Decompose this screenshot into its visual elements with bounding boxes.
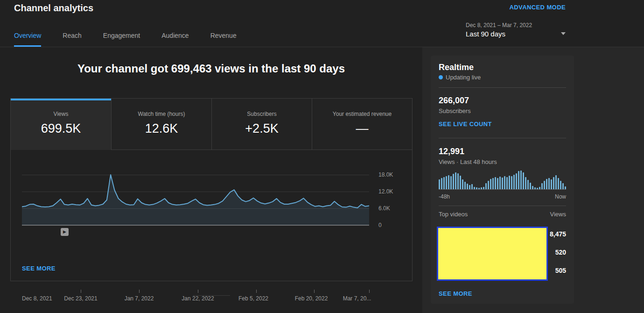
realtime-views-count: 12,991 xyxy=(439,147,464,156)
see-more-link[interactable]: SEE MORE xyxy=(22,265,56,272)
x-tick xyxy=(198,290,198,293)
divider xyxy=(439,87,566,88)
x-tick-label: Feb 5, 2022 xyxy=(230,295,277,302)
realtime-bar xyxy=(460,176,461,189)
views-column-header: Views xyxy=(550,211,566,218)
realtime-bar xyxy=(534,187,536,189)
metric-value: +2.5K xyxy=(212,121,312,136)
realtime-bar xyxy=(483,187,484,189)
realtime-bar xyxy=(485,183,487,189)
realtime-bar xyxy=(455,172,456,189)
realtime-bar xyxy=(453,174,454,189)
tab-engagement[interactable]: Engagement xyxy=(103,32,140,47)
x-tick-label: Dec 8, 2021 xyxy=(22,295,52,302)
x-tick xyxy=(81,290,81,293)
realtime-bar xyxy=(462,179,463,189)
divider xyxy=(439,138,566,138)
realtime-bar xyxy=(537,188,538,189)
realtime-bar-chart[interactable] xyxy=(439,171,566,190)
live-dot-icon xyxy=(439,75,443,79)
metric-tab-views[interactable]: Views 699.5K xyxy=(11,99,111,150)
metric-value: 12.6K xyxy=(112,121,211,136)
x-tick xyxy=(314,290,315,293)
metric-value: 699.5K xyxy=(11,121,111,136)
realtime-bar xyxy=(527,180,529,189)
realtime-bar xyxy=(490,179,491,189)
realtime-views-label: Views · Last 48 hours xyxy=(439,158,497,165)
realtime-bar xyxy=(544,181,545,189)
realtime-bar xyxy=(441,178,442,189)
realtime-card: Realtime Updating live 266,007 Subscribe… xyxy=(431,56,574,304)
analytics-tabs: Overview Reach Engagement Audience Reven… xyxy=(14,32,237,47)
realtime-bar xyxy=(539,187,540,189)
realtime-see-more-link[interactable]: SEE MORE xyxy=(439,290,472,297)
realtime-bar xyxy=(443,177,445,189)
date-preset-text: Last 90 days xyxy=(466,30,566,38)
realtime-bar xyxy=(523,172,524,189)
active-metric-indicator xyxy=(11,99,111,100)
header: Channel analytics ADVANCED MODE Overview… xyxy=(0,0,644,47)
realtime-bar xyxy=(511,176,512,189)
realtime-bar xyxy=(565,186,566,189)
advanced-mode-link[interactable]: ADVANCED MODE xyxy=(509,4,566,11)
tab-overview[interactable]: Overview xyxy=(14,32,41,47)
x-tick-label: Jan 22, 2022 xyxy=(175,295,221,302)
realtime-bar xyxy=(548,178,550,189)
realtime-bar xyxy=(476,187,477,189)
realtime-bar xyxy=(560,181,561,189)
main-content: Your channel got 699,463 views in the la… xyxy=(0,47,422,313)
realtime-bar xyxy=(518,171,519,189)
views-line-chart[interactable] xyxy=(22,150,369,226)
tab-audience[interactable]: Audience xyxy=(161,32,189,47)
realtime-bar xyxy=(446,176,447,189)
bar-axis-end-label: Now xyxy=(555,193,566,200)
x-tick-label: Feb 20, 2022 xyxy=(288,295,335,302)
realtime-title: Realtime xyxy=(439,63,474,72)
see-live-count-link[interactable]: SEE LIVE COUNT xyxy=(439,121,492,128)
right-rail: Realtime Updating live 266,007 Subscribe… xyxy=(422,47,644,313)
updating-live-row: Updating live xyxy=(439,74,481,81)
headline: Your channel got 699,463 views in the la… xyxy=(0,62,422,75)
metric-value: — xyxy=(312,121,412,136)
top-video-views: 8,475 xyxy=(529,230,566,238)
realtime-subscribers-count: 266,007 xyxy=(439,96,469,106)
top-videos-header: Top videos xyxy=(439,211,468,218)
top-video-views: 505 xyxy=(529,267,566,274)
realtime-bar xyxy=(532,186,533,189)
realtime-bar xyxy=(516,173,517,189)
realtime-bar xyxy=(481,187,482,189)
realtime-bar xyxy=(513,175,515,189)
divider xyxy=(439,206,566,206)
video-publish-marker-icon[interactable]: ▶ xyxy=(61,228,69,236)
realtime-bar xyxy=(471,184,473,189)
metric-label: Views xyxy=(11,111,111,117)
realtime-bar xyxy=(478,188,480,189)
realtime-bar xyxy=(562,183,564,189)
realtime-bar xyxy=(553,177,554,189)
metric-tab-revenue[interactable]: Your estimated revenue — xyxy=(312,99,412,150)
metric-tabs: Views 699.5K Watch time (hours) 12.6K Su… xyxy=(11,99,412,150)
realtime-bar xyxy=(520,171,522,189)
y-tick-label: 18.0K xyxy=(378,171,402,178)
realtime-bar xyxy=(530,183,531,189)
realtime-bar xyxy=(509,176,510,189)
realtime-bar xyxy=(469,185,470,189)
realtime-bar xyxy=(450,176,452,189)
y-tick-label: 12.0K xyxy=(378,188,402,195)
top-video-views: 520 xyxy=(529,249,566,256)
line-chart-area-fill xyxy=(22,175,369,225)
date-range-picker[interactable]: Dec 8, 2021 – Mar 7, 2022 Last 90 days xyxy=(466,22,566,38)
tab-revenue[interactable]: Revenue xyxy=(210,32,237,47)
metric-tab-watch-time[interactable]: Watch time (hours) 12.6K xyxy=(111,99,211,150)
metric-tab-subscribers[interactable]: Subscribers +2.5K xyxy=(211,99,312,150)
realtime-bar xyxy=(525,177,526,189)
tab-reach[interactable]: Reach xyxy=(63,32,81,47)
realtime-subscribers-label: Subscribers xyxy=(439,107,471,114)
realtime-bar xyxy=(555,175,557,189)
metric-label: Subscribers xyxy=(212,111,312,117)
realtime-bar xyxy=(502,178,503,189)
realtime-bar xyxy=(541,183,543,189)
x-tick xyxy=(256,290,257,293)
realtime-bar xyxy=(495,177,496,189)
section-divider xyxy=(193,295,230,296)
